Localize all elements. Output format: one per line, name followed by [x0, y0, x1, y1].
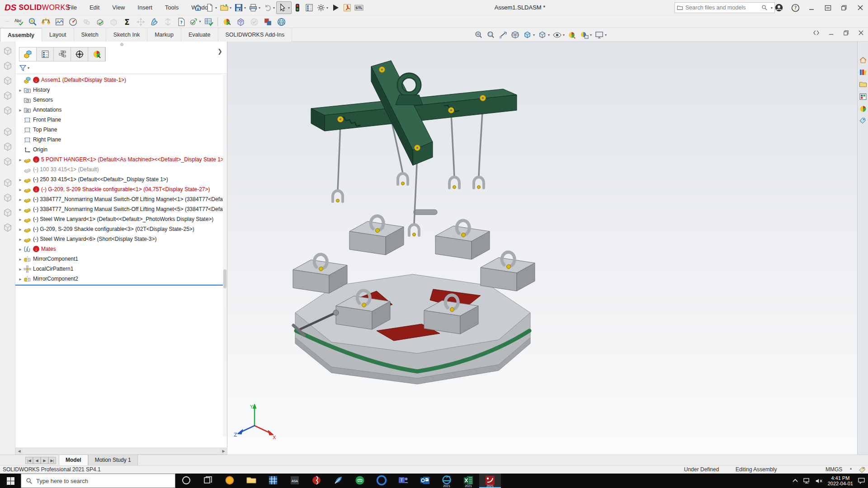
- left-toolbar-icon[interactable]: [2, 126, 13, 137]
- expand-arrow-icon[interactable]: ▸: [17, 88, 24, 93]
- save-button[interactable]: ▾: [233, 1, 247, 14]
- file-explorer-icon[interactable]: [859, 80, 867, 89]
- menu-file[interactable]: File: [61, 0, 83, 15]
- bom-table-button[interactable]: [202, 16, 215, 27]
- mesh-prep-button[interactable]: [234, 16, 247, 27]
- green-circle-app-taskbar-button[interactable]: [349, 474, 371, 488]
- taskbar-search-box[interactable]: Type here to search: [21, 474, 175, 488]
- options-gear-button[interactable]: ▾: [315, 1, 330, 14]
- search-icon[interactable]: [761, 5, 768, 11]
- expand-arrow-icon[interactable]: ▸: [17, 237, 24, 242]
- zoom-to-area-button[interactable]: [485, 30, 496, 40]
- move-disabled-button[interactable]: [134, 16, 147, 27]
- open-button[interactable]: ▾: [218, 1, 233, 14]
- tree-item[interactable]: ▸↓Mates: [15, 244, 223, 254]
- 3dexperience-globe-button[interactable]: [274, 16, 288, 27]
- asa-app-taskbar-button[interactable]: ASA: [284, 474, 306, 488]
- go-to-end-button[interactable]: ▶|: [48, 457, 56, 464]
- select-cursor-button[interactable]: ▾: [276, 1, 292, 14]
- panel-vertical-scrollbar[interactable]: [223, 75, 227, 436]
- tree-item[interactable]: Sensors: [15, 95, 223, 105]
- action-center-icon[interactable]: [858, 477, 865, 484]
- tree-item[interactable]: Top Plane: [15, 125, 223, 135]
- scroll-right-icon[interactable]: ▶: [220, 448, 227, 454]
- volume-muted-icon[interactable]: [815, 478, 823, 484]
- dropdown-icon[interactable]: ▾: [288, 6, 290, 10]
- accept-disabled-button[interactable]: [247, 16, 261, 27]
- home-button[interactable]: [192, 1, 204, 14]
- apply-scene-button[interactable]: ▾: [579, 30, 593, 40]
- left-toolbar-icon[interactable]: [2, 222, 13, 233]
- firefox-taskbar-button[interactable]: [219, 474, 241, 488]
- displaymanager-tab[interactable]: [88, 47, 105, 61]
- outlook-taskbar-button[interactable]: [414, 474, 436, 488]
- tree-item[interactable]: ↓Assem1 (Default<Display State-1>): [15, 75, 223, 85]
- scroll-left-icon[interactable]: ◀: [16, 448, 23, 454]
- tab-sketch-ink[interactable]: Sketch Ink: [106, 28, 147, 42]
- hide-show-items-button[interactable]: ▾: [552, 30, 566, 40]
- tree-item[interactable]: ▸(-) 250 33 415<1> (Default<<Default>_Di…: [15, 174, 223, 184]
- design-binder-magnifier-button[interactable]: [25, 16, 39, 27]
- geometry-analysis-disabled-button[interactable]: [107, 16, 120, 27]
- new-document-button[interactable]: ▾: [204, 1, 218, 14]
- file-explorer-taskbar-button[interactable]: [241, 474, 262, 488]
- tree-item[interactable]: (-) 100 33 415<1> (Default): [15, 164, 223, 174]
- dropdown-icon[interactable]: ▾: [548, 33, 550, 37]
- tree-item[interactable]: ▸↓(-) G-209, S-209 Shackle configurable<…: [15, 184, 223, 194]
- tab-motion-study-1[interactable]: Motion Study 1: [88, 455, 138, 466]
- import-diagnostics-button[interactable]: ?: [175, 16, 188, 27]
- minimize-button[interactable]: [807, 3, 816, 13]
- expand-arrow-icon[interactable]: ▸: [17, 247, 24, 252]
- search-dropdown-icon[interactable]: ▾: [771, 6, 773, 10]
- expand-arrow-icon[interactable]: ▸: [17, 108, 24, 113]
- tab-evaluate[interactable]: Evaluate: [181, 28, 218, 42]
- solidworks-taskbar-button[interactable]: 2021: [479, 474, 501, 488]
- dock-panes-button[interactable]: [823, 3, 833, 13]
- search-files-box[interactable]: Search files and models ▾: [675, 2, 775, 13]
- help-icon[interactable]: ?: [790, 3, 800, 13]
- feather-app-taskbar-button[interactable]: [327, 474, 349, 488]
- tab-sketch[interactable]: Sketch: [74, 28, 106, 42]
- left-toolbar-icon[interactable]: [2, 105, 13, 116]
- internet-explorer-taskbar-button[interactable]: 2021: [436, 474, 458, 488]
- configurationmanager-tab[interactable]: [54, 47, 71, 61]
- tree-item[interactable]: Origin: [15, 145, 223, 155]
- menu-tools[interactable]: Tools: [159, 0, 185, 15]
- undo-button[interactable]: ▾: [262, 1, 276, 14]
- tree-item[interactable]: ▸(-) Steel Wire Lanyard<1> (Default<<Def…: [15, 214, 223, 224]
- design-library-icon[interactable]: [859, 68, 867, 76]
- view-orientation-button[interactable]: ▾: [522, 30, 536, 40]
- check-active-document-button[interactable]: [93, 16, 107, 27]
- tree-item[interactable]: ▸History: [15, 85, 223, 95]
- filter-funnel-icon[interactable]: [19, 64, 27, 72]
- dropdown-icon[interactable]: ▾: [244, 6, 246, 10]
- capture-image-button[interactable]: [52, 16, 66, 27]
- left-toolbar-icon[interactable]: [2, 192, 13, 203]
- tree-item[interactable]: Front Plane: [15, 115, 223, 125]
- left-toolbar-icon[interactable]: [2, 90, 13, 101]
- user-account-icon[interactable]: [774, 3, 784, 13]
- red-pinwheel-app-taskbar-button[interactable]: [306, 474, 327, 488]
- dropdown-icon[interactable]: ▾: [273, 6, 275, 10]
- left-toolbar-icon[interactable]: [2, 45, 13, 56]
- featuremanager-design-tree-tab[interactable]: [19, 47, 37, 61]
- tree-item[interactable]: ▸MirrorComponent2: [15, 274, 223, 284]
- measure-button[interactable]: [39, 16, 52, 27]
- tab-markup[interactable]: Markup: [147, 28, 181, 42]
- panel-splitter-handle[interactable]: [120, 43, 123, 46]
- design-checker-button[interactable]: ▾: [188, 16, 202, 27]
- solidworks-resources-icon[interactable]: [859, 56, 867, 64]
- menu-view[interactable]: View: [106, 0, 131, 15]
- compare-documents-button[interactable]: [261, 16, 274, 27]
- view-palette-icon[interactable]: [859, 93, 867, 101]
- panel-horizontal-scrollbar[interactable]: ◀ ▶: [15, 448, 227, 455]
- panel-flyout-arrow[interactable]: ❯: [217, 48, 222, 55]
- expand-arrow-icon[interactable]: ▸: [17, 207, 24, 212]
- curvature-disabled-button[interactable]: [80, 16, 93, 27]
- tree-item[interactable]: ▸↓5 POINT HANGER<1> (Default<As Machined…: [15, 155, 223, 164]
- dimxpertmanager-tab[interactable]: [71, 47, 88, 61]
- blue-circle-browser-taskbar-button[interactable]: [371, 474, 392, 488]
- tree-item[interactable]: ▸LocalCirPattern1: [15, 264, 223, 274]
- performance-evaluation-button[interactable]: [66, 16, 80, 27]
- left-toolbar-icon[interactable]: [2, 60, 13, 71]
